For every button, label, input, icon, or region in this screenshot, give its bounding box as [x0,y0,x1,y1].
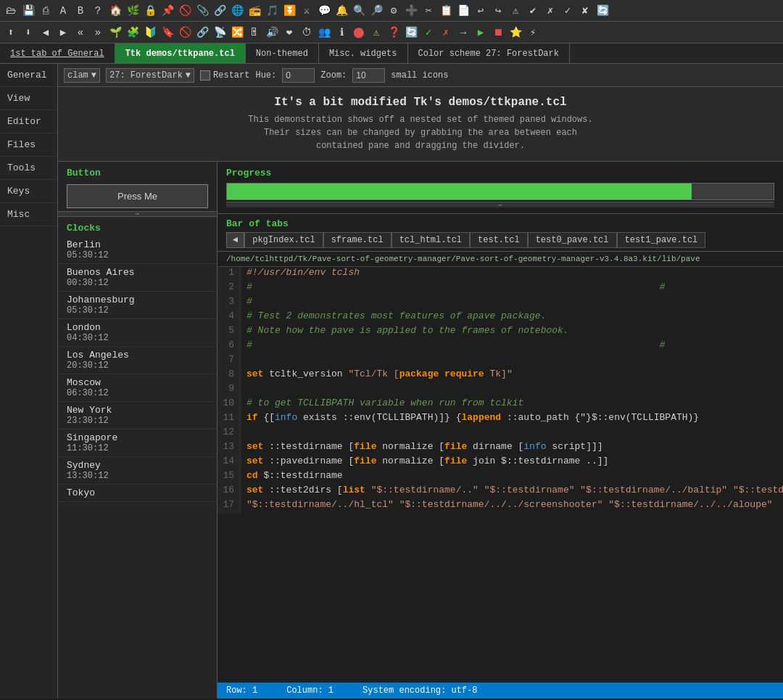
toolbar-icon-share[interactable]: 🌐 [229,3,245,19]
file-tab-test1pave[interactable]: test1_pave.tcl [617,232,706,248]
toolbar-icon-lightning[interactable]: ⚡ [525,25,541,41]
toolbar-icon-down[interactable]: ⬇ [20,25,36,41]
toolbar-icon-link[interactable]: 🔗 [212,3,228,19]
toolbar-icon-warn2[interactable]: ⚠ [368,25,384,41]
toolbar-icon-chat[interactable]: 💬 [316,3,332,19]
file-tab-pkgindex[interactable]: pkgIndex.tcl [244,232,323,248]
toolbar-icon-heart[interactable]: ❤ [281,25,297,41]
progress-handle[interactable]: ⋯ [226,202,774,207]
theme-selector[interactable]: clam ▼ [64,68,100,83]
toolbar-icon-cut[interactable]: ✂ [420,3,436,19]
toolbar-icon-doc[interactable]: 📄 [455,3,471,19]
toolbar-icon-bookmark[interactable]: 🔖 [160,25,175,41]
toolbar-icon-redo[interactable]: ↪ [490,3,506,19]
toolbar-icon-copy[interactable]: 📋 [438,3,454,19]
tab-miscwidgets[interactable]: Misc. widgets [319,44,408,63]
tab-colorscheme[interactable]: Color scheme 27: ForestDark [408,44,570,63]
toolbar-icon-ok[interactable]: ✓ [560,3,576,19]
toolbar-icon-shuffle[interactable]: 🔀 [229,25,245,41]
color-selector[interactable]: 27: ForestDark ▼ [106,68,194,83]
progress-bar[interactable] [226,183,774,200]
clock-moscow[interactable]: Moscow 06:30:12 [58,374,217,402]
sidebar-item-editor[interactable]: Editor [0,110,57,133]
clock-london[interactable]: London 04:30:12 [58,319,217,347]
file-tab-tclhtml[interactable]: tcl_html.tcl [392,232,470,248]
toolbar-icon-close2[interactable]: ✗ [542,3,558,19]
sidebar-item-misc[interactable]: Misc [0,203,57,226]
toolbar-icon-undo[interactable]: ↩ [473,3,489,19]
toolbar-icon-pin[interactable]: 📌 [160,3,175,19]
toolbar-icon-puzzle[interactable]: 🧩 [125,25,141,41]
zoom-input[interactable] [352,68,385,83]
toolbar-icon-lock[interactable]: 🔒 [142,3,158,19]
clock-new-york[interactable]: New York 23:30:12 [58,402,217,429]
sidebar-item-keys[interactable]: Keys [0,180,57,203]
file-tab-test[interactable]: test.tcl [470,232,528,248]
toolbar-icon-check2[interactable]: ✓ [420,25,436,41]
toolbar-icon-home[interactable]: 🏠 [107,3,123,19]
toolbar-icon-help[interactable]: ❓ [386,25,402,41]
toolbar-icon-print[interactable]: ⎙ [38,3,54,19]
toolbar-icon-search2[interactable]: 🔍 [351,3,367,19]
toolbar-icon-music[interactable]: 🎵 [264,3,280,19]
toolbar-icon-info[interactable]: ℹ [334,25,349,41]
toolbar-icon-refresh3[interactable]: 🔄 [403,25,419,41]
toolbar-icon-bell[interactable]: 🔔 [334,3,349,19]
toolbar-icon-users[interactable]: 👥 [316,25,332,41]
clock-buenos-aires[interactable]: Buenos Aires 00:30:12 [58,264,217,292]
clock-berlin[interactable]: Berlin 05:30:12 [58,236,217,264]
toolbar-icon-add[interactable]: ➕ [403,3,419,19]
toolbar-icon-play3[interactable]: ▶ [473,25,489,41]
tab-ttkpane[interactable]: Ttk demos/ttkpane.tcl [115,44,246,63]
tab-general[interactable]: 1st tab of General [0,44,115,63]
toolbar-icon-up[interactable]: ⬆ [3,25,19,41]
toolbar-icon-x2[interactable]: ✗ [438,25,454,41]
toolbar-icon-dbl-right[interactable]: » [90,25,106,41]
press-me-button[interactable]: Press Me [67,184,208,208]
toolbar-icon-find[interactable]: 🔎 [368,3,384,19]
clock-tokyo[interactable]: Tokyo [58,485,217,502]
toolbar-icon-new[interactable]: 🗁 [3,3,19,19]
toolbar-icon-settings[interactable]: ⚙ [386,3,402,19]
code-lines[interactable]: 1 #!/usr/bin/env tclsh 2 # # [218,267,783,683]
toolbar-icon-download[interactable]: ⏬ [281,3,297,19]
toolbar-icon-stop2[interactable]: ⏹ [490,25,506,41]
sidebar-item-files[interactable]: Files [0,133,57,157]
toolbar-icon-tools2[interactable]: ⚔ [299,3,315,19]
toolbar-icon-check[interactable]: ✔ [525,3,541,19]
file-tab-arrow[interactable]: ◄ [226,232,244,248]
toolbar-icon-no[interactable]: 🚫 [177,25,193,41]
hue-input[interactable] [282,68,315,83]
toolbar-icon-x[interactable]: ✘ [577,3,593,19]
vertical-divider-handle[interactable]: ⋯ [58,211,217,217]
toolbar-icon-refresh2[interactable]: 🌿 [125,3,141,19]
toolbar-icon-font[interactable]: A [55,3,71,19]
toolbar-icon-clock[interactable]: ⏱ [299,25,315,41]
toolbar-icon-stop[interactable]: 🚫 [177,3,193,19]
toolbar-icon-right[interactable]: ▶ [55,25,71,41]
toolbar-icon-broadcast[interactable]: 📡 [212,25,228,41]
toolbar-icon-info2[interactable]: ? [90,3,106,19]
clock-sydney[interactable]: Sydney 13:30:12 [58,457,217,485]
toolbar-icon-link2[interactable]: 🔗 [194,25,210,41]
toolbar-icon-play2[interactable]: 📻 [246,3,262,19]
sidebar-item-view[interactable]: View [0,87,57,110]
sidebar-item-general[interactable]: General [0,64,57,87]
sidebar-item-tools[interactable]: Tools [0,157,57,180]
toolbar-icon-shield[interactable]: 🔰 [142,25,158,41]
clock-johannesburg[interactable]: Johannesburg 05:30:12 [58,292,217,319]
toolbar-icon-bold[interactable]: B [72,3,88,19]
toolbar-icon-tree[interactable]: 🌱 [107,25,123,41]
toolbar-icon-star[interactable]: ⭐ [508,25,523,41]
restart-checkbox[interactable] [200,70,210,81]
clock-los-angeles[interactable]: Los Angeles 20:30:12 [58,347,217,374]
toolbar-icon-volume[interactable]: 🎚 [246,25,262,41]
toolbar-icon-forward[interactable]: → [455,25,471,41]
toolbar-icon-left[interactable]: ◀ [38,25,54,41]
tab-nonthemed[interactable]: Non-themed [246,44,319,63]
toolbar-icon-warn[interactable]: ⚠ [508,3,523,19]
toolbar-icon-save[interactable]: 💾 [20,3,36,19]
toolbar-icon-reload[interactable]: 🔄 [594,3,610,19]
file-tab-test0pave[interactable]: test0_pave.tcl [528,232,617,248]
toolbar-icon-sound[interactable]: 🔊 [264,25,280,41]
